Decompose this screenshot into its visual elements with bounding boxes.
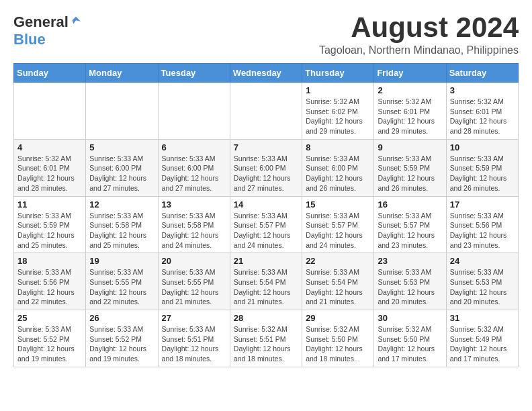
table-row: 17Sunrise: 5:33 AM Sunset: 5:56 PM Dayli… xyxy=(446,196,518,253)
table-row xyxy=(14,83,86,140)
day-info: Sunrise: 5:33 AM Sunset: 5:54 PM Dayligh… xyxy=(234,267,298,307)
calendar-week-row: 25Sunrise: 5:33 AM Sunset: 5:52 PM Dayli… xyxy=(14,310,519,367)
table-row: 23Sunrise: 5:33 AM Sunset: 5:53 PM Dayli… xyxy=(374,253,446,310)
col-header-wednesday: Wednesday xyxy=(230,64,302,83)
logo-general-text: General xyxy=(13,13,69,31)
col-header-friday: Friday xyxy=(374,64,446,83)
col-header-tuesday: Tuesday xyxy=(158,64,230,83)
calendar-header-row: Sunday Monday Tuesday Wednesday Thursday… xyxy=(14,64,519,83)
calendar-week-row: 18Sunrise: 5:33 AM Sunset: 5:56 PM Dayli… xyxy=(14,253,519,310)
day-number: 30 xyxy=(378,313,442,323)
table-row: 6Sunrise: 5:33 AM Sunset: 6:00 PM Daylig… xyxy=(158,139,230,196)
day-number: 29 xyxy=(306,313,370,323)
table-row: 24Sunrise: 5:33 AM Sunset: 5:53 PM Dayli… xyxy=(446,253,518,310)
day-number: 22 xyxy=(306,256,370,266)
day-number: 26 xyxy=(89,313,154,323)
month-year-title: August 2024 xyxy=(319,13,519,42)
day-info: Sunrise: 5:33 AM Sunset: 5:55 PM Dayligh… xyxy=(89,267,154,307)
table-row: 22Sunrise: 5:33 AM Sunset: 5:54 PM Dayli… xyxy=(302,253,374,310)
day-info: Sunrise: 5:33 AM Sunset: 6:00 PM Dayligh… xyxy=(89,154,154,193)
day-info: Sunrise: 5:33 AM Sunset: 5:59 PM Dayligh… xyxy=(378,154,442,193)
col-header-sunday: Sunday xyxy=(14,64,86,83)
day-info: Sunrise: 5:32 AM Sunset: 5:50 PM Dayligh… xyxy=(306,324,370,364)
day-info: Sunrise: 5:32 AM Sunset: 6:01 PM Dayligh… xyxy=(450,97,515,136)
day-info: Sunrise: 5:33 AM Sunset: 5:58 PM Dayligh… xyxy=(162,211,226,250)
day-info: Sunrise: 5:33 AM Sunset: 5:52 PM Dayligh… xyxy=(89,324,154,364)
calendar-week-row: 4Sunrise: 5:32 AM Sunset: 6:01 PM Daylig… xyxy=(14,139,519,196)
table-row: 4Sunrise: 5:32 AM Sunset: 6:01 PM Daylig… xyxy=(14,139,86,196)
day-number: 13 xyxy=(162,199,226,210)
day-number: 25 xyxy=(17,313,82,323)
table-row: 11Sunrise: 5:33 AM Sunset: 5:59 PM Dayli… xyxy=(14,196,86,253)
calendar-table: Sunday Monday Tuesday Wednesday Thursday… xyxy=(13,63,519,367)
day-number: 28 xyxy=(234,313,298,323)
table-row: 29Sunrise: 5:32 AM Sunset: 5:50 PM Dayli… xyxy=(302,310,374,367)
day-info: Sunrise: 5:32 AM Sunset: 5:51 PM Dayligh… xyxy=(234,324,298,364)
day-number: 24 xyxy=(450,256,515,266)
day-number: 23 xyxy=(378,256,442,266)
table-row: 8Sunrise: 5:33 AM Sunset: 6:00 PM Daylig… xyxy=(302,139,374,196)
day-number: 21 xyxy=(234,256,298,266)
day-info: Sunrise: 5:33 AM Sunset: 5:57 PM Dayligh… xyxy=(234,211,298,250)
location-subtitle: Tagoloan, Northern Mindanao, Philippines xyxy=(319,44,519,56)
table-row: 9Sunrise: 5:33 AM Sunset: 5:59 PM Daylig… xyxy=(374,139,446,196)
day-number: 31 xyxy=(450,313,515,323)
table-row: 7Sunrise: 5:33 AM Sunset: 6:00 PM Daylig… xyxy=(230,139,302,196)
day-info: Sunrise: 5:33 AM Sunset: 5:59 PM Dayligh… xyxy=(450,154,515,193)
day-info: Sunrise: 5:33 AM Sunset: 5:57 PM Dayligh… xyxy=(378,211,442,250)
table-row: 3Sunrise: 5:32 AM Sunset: 6:01 PM Daylig… xyxy=(446,83,518,140)
day-info: Sunrise: 5:33 AM Sunset: 5:58 PM Dayligh… xyxy=(89,211,154,250)
table-row xyxy=(230,83,302,140)
day-number: 27 xyxy=(162,313,226,323)
table-row: 16Sunrise: 5:33 AM Sunset: 5:57 PM Dayli… xyxy=(374,196,446,253)
table-row: 19Sunrise: 5:33 AM Sunset: 5:55 PM Dayli… xyxy=(86,253,158,310)
table-row: 5Sunrise: 5:33 AM Sunset: 6:00 PM Daylig… xyxy=(86,139,158,196)
table-row xyxy=(158,83,230,140)
day-number: 12 xyxy=(89,199,154,210)
calendar-week-row: 1Sunrise: 5:32 AM Sunset: 6:02 PM Daylig… xyxy=(14,83,519,140)
table-row: 18Sunrise: 5:33 AM Sunset: 5:56 PM Dayli… xyxy=(14,253,86,310)
title-section: August 2024 Tagoloan, Northern Mindanao,… xyxy=(319,13,519,56)
day-number: 20 xyxy=(162,256,226,266)
table-row: 2Sunrise: 5:32 AM Sunset: 6:01 PM Daylig… xyxy=(374,83,446,140)
day-number: 9 xyxy=(378,142,442,152)
table-row xyxy=(86,83,158,140)
table-row: 28Sunrise: 5:32 AM Sunset: 5:51 PM Dayli… xyxy=(230,310,302,367)
day-info: Sunrise: 5:33 AM Sunset: 6:00 PM Dayligh… xyxy=(306,154,370,193)
table-row: 10Sunrise: 5:33 AM Sunset: 5:59 PM Dayli… xyxy=(446,139,518,196)
logo: General Blue xyxy=(13,13,82,48)
day-number: 11 xyxy=(17,199,82,210)
day-info: Sunrise: 5:33 AM Sunset: 6:00 PM Dayligh… xyxy=(162,154,226,193)
table-row: 1Sunrise: 5:32 AM Sunset: 6:02 PM Daylig… xyxy=(302,83,374,140)
table-row: 14Sunrise: 5:33 AM Sunset: 5:57 PM Dayli… xyxy=(230,196,302,253)
logo-blue-text: Blue xyxy=(13,31,46,48)
table-row: 12Sunrise: 5:33 AM Sunset: 5:58 PM Dayli… xyxy=(86,196,158,253)
day-info: Sunrise: 5:33 AM Sunset: 5:59 PM Dayligh… xyxy=(17,211,82,250)
day-info: Sunrise: 5:33 AM Sunset: 5:55 PM Dayligh… xyxy=(162,267,226,307)
table-row: 25Sunrise: 5:33 AM Sunset: 5:52 PM Dayli… xyxy=(14,310,86,367)
day-number: 5 xyxy=(89,142,154,152)
day-info: Sunrise: 5:33 AM Sunset: 5:51 PM Dayligh… xyxy=(162,324,226,364)
day-number: 1 xyxy=(306,85,370,95)
day-info: Sunrise: 5:32 AM Sunset: 5:50 PM Dayligh… xyxy=(378,324,442,364)
table-row: 21Sunrise: 5:33 AM Sunset: 5:54 PM Dayli… xyxy=(230,253,302,310)
day-info: Sunrise: 5:33 AM Sunset: 5:52 PM Dayligh… xyxy=(17,324,82,364)
day-number: 7 xyxy=(234,142,298,152)
logo-bird-icon xyxy=(70,15,82,28)
day-info: Sunrise: 5:33 AM Sunset: 5:57 PM Dayligh… xyxy=(306,211,370,250)
day-info: Sunrise: 5:32 AM Sunset: 5:49 PM Dayligh… xyxy=(450,324,515,364)
day-info: Sunrise: 5:33 AM Sunset: 5:56 PM Dayligh… xyxy=(450,211,515,250)
day-number: 3 xyxy=(450,85,515,95)
table-row: 20Sunrise: 5:33 AM Sunset: 5:55 PM Dayli… xyxy=(158,253,230,310)
day-info: Sunrise: 5:33 AM Sunset: 5:53 PM Dayligh… xyxy=(450,267,515,307)
col-header-saturday: Saturday xyxy=(446,64,518,83)
day-number: 6 xyxy=(162,142,226,152)
svg-marker-0 xyxy=(73,17,81,24)
day-info: Sunrise: 5:32 AM Sunset: 6:01 PM Dayligh… xyxy=(378,97,442,136)
day-number: 17 xyxy=(450,199,515,210)
day-info: Sunrise: 5:33 AM Sunset: 5:54 PM Dayligh… xyxy=(306,267,370,307)
table-row: 13Sunrise: 5:33 AM Sunset: 5:58 PM Dayli… xyxy=(158,196,230,253)
day-info: Sunrise: 5:33 AM Sunset: 6:00 PM Dayligh… xyxy=(234,154,298,193)
day-info: Sunrise: 5:33 AM Sunset: 5:53 PM Dayligh… xyxy=(378,267,442,307)
calendar-week-row: 11Sunrise: 5:33 AM Sunset: 5:59 PM Dayli… xyxy=(14,196,519,253)
